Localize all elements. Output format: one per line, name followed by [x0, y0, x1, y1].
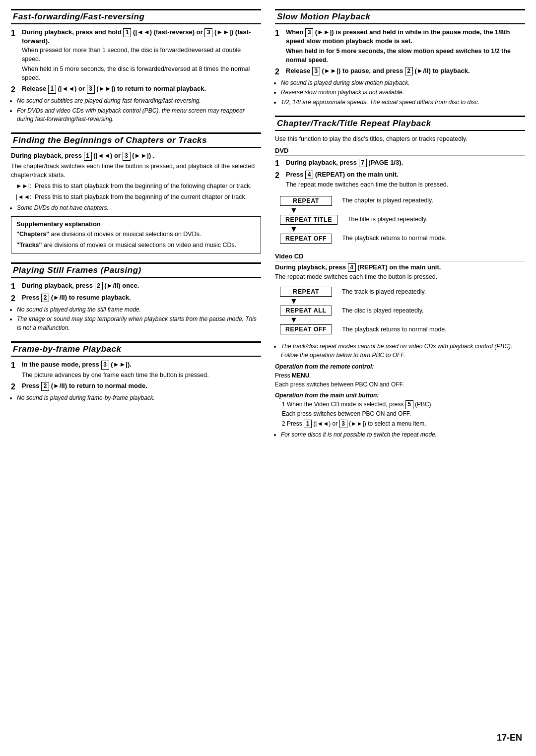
page-layout: Fast-forwarding/Fast-reversing 1 During … — [11, 9, 525, 448]
op-remote-block: Operation from the remote control: Press… — [275, 362, 525, 389]
step-sm-1: 1 When 3 (►►|) is pressed and held in wh… — [275, 28, 525, 64]
section-title-fast-forwarding: Fast-forwarding/Fast-reversing — [11, 9, 261, 24]
section-slow-motion: Slow Motion Playback 1 When 3 (►►|) is p… — [275, 9, 525, 107]
step-ff-2: 2 Release 1 (|◄◄) or 3 (►►|) to return t… — [11, 85, 261, 94]
section-finding: Finding the Beginnings of Chapters or Tr… — [11, 132, 261, 253]
section-title-slow-motion: Slow Motion Playback — [275, 9, 525, 24]
step-sm-2: 2 Release 3 (►►|) to pause, and press 2 … — [275, 67, 525, 76]
vcd-flow-box-3: REPEAT OFF — [280, 324, 332, 334]
sf-bullets: No sound is played during the still fram… — [17, 306, 261, 332]
vcd-flow-box-1: REPEAT — [280, 287, 332, 297]
section-chapter-repeat: Chapter/Track/Title Repeat Playback Use … — [275, 116, 525, 439]
step-dvd-1: 1 During playback, press 7 (PAGE 1/3). — [275, 159, 525, 168]
right-column: Slow Motion Playback 1 When 3 (►►|) is p… — [275, 9, 525, 448]
op-main-block: Operation from the main unit button: 1 W… — [275, 391, 525, 428]
vcd-flow-desc-2: The disc is played repeatedly. — [342, 307, 423, 315]
section-fast-forwarding: Fast-forwarding/Fast-reversing 1 During … — [11, 9, 261, 124]
dvd-label: DVD — [275, 147, 525, 156]
page-number: 17-EN — [497, 724, 522, 745]
dvd-flow-desc-3: The playback returns to normal mode. — [342, 234, 447, 243]
dvd-flow-box-3: REPEAT OFF — [280, 234, 332, 244]
finding-item-2: |◄◄: Press this to start playback from t… — [16, 193, 261, 202]
dvd-flow-desc-1: The chapter is played repeatedly. — [342, 196, 433, 205]
supplementary-note: Supplementary explanation "Chapters" are… — [11, 216, 261, 253]
step-ff-1: 1 During playback, press and hold 1 (|◄◄… — [11, 28, 261, 82]
dvd-flow-desc-2: The title is played repeatedly. — [347, 215, 428, 224]
step-dvd-2: 2 Press 4 (REPEAT) on the main unit. The… — [275, 171, 525, 189]
section-title-finding: Finding the Beginnings of Chapters or Tr… — [11, 132, 261, 148]
vcd-during-playback: During playback, press 4 (REPEAT) on the… — [275, 263, 525, 272]
section-title-fbf: Frame-by-frame Playback — [11, 341, 261, 357]
vcd-flow-desc-3: The playback returns to normal mode. — [342, 325, 447, 334]
step-fbf-2: 2 Press 2 (►/II) to return to normal mod… — [11, 382, 261, 391]
section-title-chapter-repeat: Chapter/Track/Title Repeat Playback — [275, 116, 525, 131]
step-fbf-1: 1 In the pause mode, press 3 (►►|). The … — [11, 361, 261, 379]
section-still-frames: Playing Still Frames (Pausing) 1 During … — [11, 262, 261, 333]
vcd-flow-diagram: REPEAT The track is played repeatedly. ▼… — [280, 287, 447, 334]
left-column: Fast-forwarding/Fast-reversing 1 During … — [11, 9, 261, 448]
finding-indent-list: ►►|: Press this to start playback from t… — [16, 182, 261, 201]
repeat-note2-bullet: For some discs it is not possible to swi… — [281, 431, 525, 439]
dvd-flow-diagram: REPEAT The chapter is played repeatedly.… — [280, 196, 447, 244]
vcd-label: Video CD — [275, 252, 525, 261]
repeat-bullets: The track/disc repeat modes cannot be us… — [281, 342, 525, 360]
dvd-flow-box-1: REPEAT — [280, 196, 332, 206]
ff-bullets: No sound or subtitles are played during … — [17, 97, 261, 124]
vcd-flow-desc-1: The track is played repeatedly. — [342, 288, 426, 296]
sm-bullets: No sound is played during slow motion pl… — [281, 79, 525, 107]
section-title-still-frames: Playing Still Frames (Pausing) — [11, 262, 261, 278]
fbf-bullets: No sound is played during frame-by-frame… — [17, 394, 261, 402]
during-playback-label: During playback, press 1 (|◄◄) or 3 (►►|… — [11, 152, 261, 161]
finding-item-1: ►►|: Press this to start playback from t… — [16, 182, 261, 191]
finding-bullets: Some DVDs do not have chapters. — [17, 204, 261, 212]
step-sf-1: 1 During playback, press 2 (►/II) once. — [11, 282, 261, 291]
step-sf-2: 2 Press 2 (►/II) to resume playback. — [11, 294, 261, 303]
section-frame-by-frame: Frame-by-frame Playback 1 In the pause m… — [11, 341, 261, 402]
dvd-flow-box-2: REPEAT TITLE — [280, 215, 337, 225]
vcd-flow-box-2: REPEAT ALL — [280, 306, 332, 315]
